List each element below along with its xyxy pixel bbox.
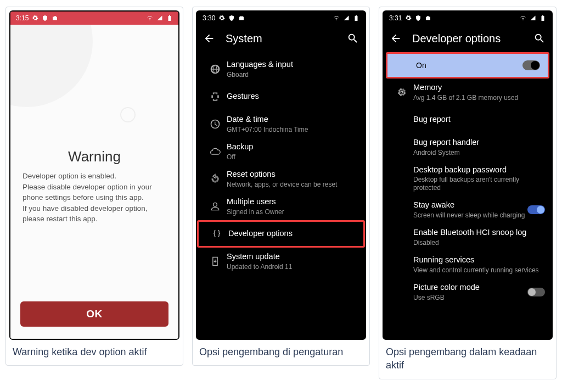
row-subtitle: Signed in as Owner (227, 208, 358, 216)
row-memory[interactable]: MemoryAvg 1.4 GB of 2.1 GB memory used (384, 79, 552, 106)
shield-icon (228, 15, 235, 21)
switch-on-icon (522, 60, 540, 70)
row-subtitle: Use sRGB (413, 294, 527, 301)
row-multiusers[interactable]: Multiple usersSigned in as Owner (197, 193, 365, 220)
row-languages[interactable]: Languages & inputGboard (197, 55, 365, 83)
search-button[interactable] (346, 32, 359, 45)
row-desktopbackup[interactable]: Desktop backup passwordDesktop full back… (384, 161, 552, 196)
search-button[interactable] (533, 32, 546, 45)
clock-icon (204, 119, 227, 130)
battery-icon (353, 15, 359, 21)
status-bar: 3:31 (384, 12, 552, 25)
devoptions-list: MemoryAvg 1.4 GB of 2.1 GB memory usedBu… (384, 79, 552, 339)
gear-icon (32, 15, 38, 21)
user-icon (204, 201, 227, 212)
row-colormode[interactable]: Picture color modeUse sRGB (384, 278, 552, 306)
row-subtitle: Gboard (227, 71, 358, 79)
signal-icon (343, 15, 350, 21)
caption-3: Opsi pengembang dalam keadaan aktif (383, 340, 553, 373)
row-running[interactable]: Running servicesView and control current… (384, 251, 552, 278)
gear-icon (218, 15, 225, 21)
developer-options-toggle[interactable]: On (386, 52, 549, 79)
shield-icon (415, 15, 422, 21)
row-subtitle: Off (227, 153, 358, 161)
row-label: Gestures (227, 92, 358, 101)
phone-screen-1: 3:15 Warning Developer option is enabled… (9, 10, 179, 340)
wifi-icon (333, 15, 340, 21)
caption-1: Warning ketika dev option aktif (9, 340, 179, 360)
caption-2: Opsi pengembang di pengaturan (196, 340, 366, 360)
row-label: Stay awake (413, 200, 527, 210)
signal-icon (156, 15, 163, 21)
settings-list: Languages & inputGboardGesturesDate & ti… (197, 52, 365, 339)
row-subtitle: Avg 1.4 GB of 2.1 GB memory used (413, 94, 545, 102)
back-button[interactable] (389, 32, 402, 45)
row-subtitle: Desktop full backups aren't currently pr… (413, 176, 545, 192)
row-label: Multiple users (227, 197, 358, 206)
status-bar: 3:15 (10, 12, 178, 25)
row-subtitle: Disabled (413, 239, 545, 247)
status-bar: 3:30 (197, 12, 365, 25)
row-gestures[interactable]: Gestures (197, 83, 365, 110)
row-subtitle: Updated to Android 11 (227, 263, 358, 271)
row-subtitle: Android System (413, 149, 545, 156)
row-bughandler[interactable]: Bug report handlerAndroid System (384, 133, 552, 161)
row-label: Bug report handler (413, 138, 545, 147)
reset-icon (204, 173, 227, 184)
back-button[interactable] (203, 32, 216, 45)
row-datetime[interactable]: Date & timeGMT+07:00 Indochina Time (197, 110, 365, 138)
phone-screen-3: 3:31 Developer options On Memor (383, 10, 553, 340)
row-subtitle: Network, apps, or device can be reset (227, 181, 358, 188)
update-icon (204, 256, 227, 267)
row-label: Enable Bluetooth HCI snoop log (413, 228, 545, 237)
row-label: Developer options (228, 229, 357, 238)
status-time: 3:30 (203, 14, 215, 22)
row-subtitle: View and control currently running servi… (413, 266, 545, 274)
row-label: Bug report (413, 115, 545, 124)
ok-button[interactable]: OK (20, 301, 168, 327)
briefcase-icon (425, 15, 431, 21)
row-subtitle: GMT+07:00 Indochina Time (227, 126, 358, 133)
warning-body: Developer option is enabled. Please disa… (23, 171, 166, 225)
row-bugreport[interactable]: Bug report (384, 106, 552, 133)
row-backup[interactable]: BackupOff (197, 138, 365, 165)
briefcase-icon (238, 15, 245, 21)
row-btsnoop[interactable]: Enable Bluetooth HCI snoop logDisabled (384, 223, 552, 251)
toggle-label: On (416, 61, 426, 70)
app-bar: Developer options (384, 25, 552, 52)
briefcase-icon (52, 15, 58, 21)
row-label: Date & time (227, 115, 358, 124)
row-sysupdate[interactable]: System updateUpdated to Android 11 (197, 248, 365, 275)
panel-system-settings: 3:30 System Languages & inputGboardGestu… (192, 7, 370, 366)
phone-screen-2: 3:30 System Languages & inputGboardGestu… (196, 10, 366, 340)
row-devopts[interactable]: Developer options (197, 220, 365, 248)
status-time: 3:15 (16, 14, 29, 22)
cloud-icon (204, 146, 227, 157)
switch[interactable] (527, 205, 545, 214)
shield-icon (42, 15, 48, 21)
gestures-icon (204, 91, 227, 102)
row-stayawake[interactable]: Stay awakeScreen will never sleep while … (384, 196, 552, 223)
warning-title: Warning (23, 148, 166, 165)
battery-icon (166, 15, 173, 21)
row-label: Languages & input (227, 60, 358, 69)
braces-icon (205, 228, 228, 239)
panel-developer-options: 3:31 Developer options On Memor (379, 7, 557, 379)
wifi-icon (520, 15, 526, 21)
status-time: 3:31 (389, 14, 402, 22)
panel-warning: 3:15 Warning Developer option is enabled… (5, 7, 183, 366)
row-reset[interactable]: Reset optionsNetwork, apps, or device ca… (197, 165, 365, 193)
row-label: Memory (413, 83, 545, 92)
row-label: Running services (413, 255, 545, 265)
row-label: Reset options (227, 170, 358, 179)
page-title: System (226, 32, 336, 45)
row-label: Backup (227, 142, 358, 152)
gear-icon (405, 15, 412, 21)
switch[interactable] (527, 288, 545, 296)
signal-icon (530, 15, 536, 21)
row-label: Picture color mode (413, 283, 527, 292)
battery-icon (539, 15, 546, 21)
globe-icon (204, 64, 227, 75)
chip-icon (390, 87, 413, 98)
row-subtitle: Screen will never sleep while charging (413, 211, 527, 219)
